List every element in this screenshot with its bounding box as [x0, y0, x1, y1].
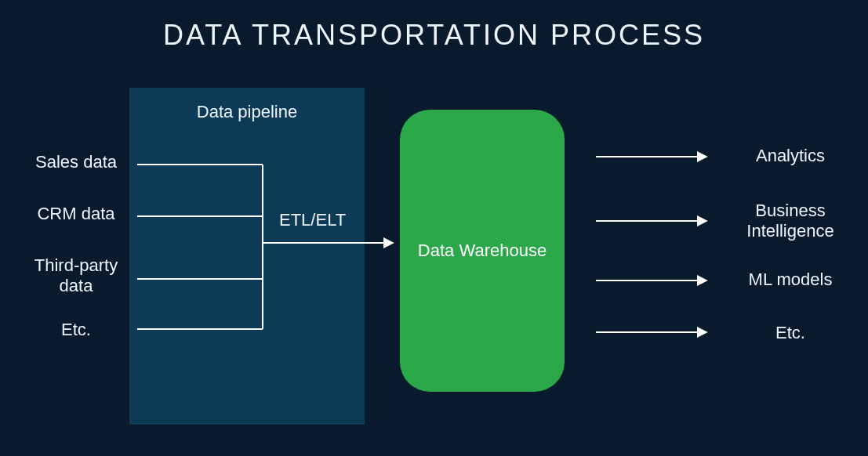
output-analytics: Analytics: [728, 146, 853, 166]
source-third-party: Third-party data: [17, 255, 135, 296]
warehouse-label: Data Warehouse: [418, 240, 547, 262]
pipeline-title: Data pipeline: [129, 102, 365, 122]
output-etc: Etc.: [728, 323, 853, 343]
pipeline-box: [129, 88, 365, 425]
output-ml: ML models: [728, 270, 853, 290]
source-etc: Etc.: [17, 320, 135, 340]
source-sales: Sales data: [17, 152, 135, 172]
etl-label: ETL/ELT: [279, 210, 346, 230]
page-title: DATA TRANSPORTATION PROCESS: [0, 19, 868, 52]
data-warehouse: Data Warehouse: [400, 110, 565, 392]
output-bi: Business Intelligence: [728, 201, 853, 242]
source-crm: CRM data: [17, 204, 135, 224]
